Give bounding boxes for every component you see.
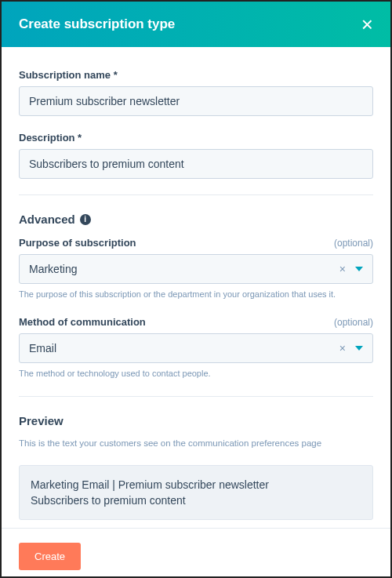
divider <box>19 194 373 195</box>
description-label: Description * <box>19 132 373 144</box>
divider <box>19 396 373 397</box>
modal-footer: Create <box>2 528 390 578</box>
preview-description: This is the text your customers see on t… <box>19 438 373 448</box>
clear-icon[interactable]: × <box>335 263 350 275</box>
method-label-row: Method of communication (optional) <box>19 316 373 328</box>
description-input[interactable] <box>19 149 373 179</box>
field-method: Method of communication (optional) Email… <box>19 316 373 380</box>
purpose-help: The purpose of this subscription or the … <box>19 289 373 300</box>
field-subscription-name: Subscription name * <box>19 69 373 116</box>
purpose-value: Marketing <box>20 255 335 283</box>
close-icon[interactable]: × <box>361 14 373 35</box>
method-optional: (optional) <box>334 317 373 328</box>
modal-title: Create subscription type <box>19 16 175 32</box>
purpose-label-row: Purpose of subscription (optional) <box>19 237 373 249</box>
info-icon[interactable]: i <box>80 214 91 225</box>
method-label: Method of communication <box>19 316 146 328</box>
subscription-name-label: Subscription name * <box>19 69 373 81</box>
field-description: Description * <box>19 132 373 179</box>
method-select[interactable]: Email × <box>19 333 373 363</box>
chevron-down-icon[interactable] <box>350 267 372 271</box>
field-purpose: Purpose of subscription (optional) Marke… <box>19 237 373 300</box>
advanced-title-text: Advanced <box>19 213 75 226</box>
advanced-heading: Advanced i <box>19 213 373 226</box>
create-button[interactable]: Create <box>19 543 81 570</box>
method-help: The method or technology used to contact… <box>19 368 373 380</box>
modal-header: Create subscription type × <box>2 2 390 47</box>
preview-box: Marketing Email | Premium subscriber new… <box>19 465 373 521</box>
subscription-name-input[interactable] <box>19 86 373 116</box>
clear-icon[interactable]: × <box>335 342 350 354</box>
preview-heading: Preview <box>19 414 373 427</box>
purpose-select[interactable]: Marketing × <box>19 254 373 284</box>
chevron-down-icon[interactable] <box>350 346 372 351</box>
modal-body: Subscription name * Description * Advanc… <box>2 47 390 528</box>
purpose-label: Purpose of subscription <box>19 237 136 249</box>
preview-title-text: Preview <box>19 414 64 427</box>
preview-line-2: Subscribers to premium content <box>31 493 361 508</box>
method-value: Email <box>20 334 335 362</box>
purpose-optional: (optional) <box>334 238 373 249</box>
preview-line-1: Marketing Email | Premium subscriber new… <box>31 477 361 493</box>
